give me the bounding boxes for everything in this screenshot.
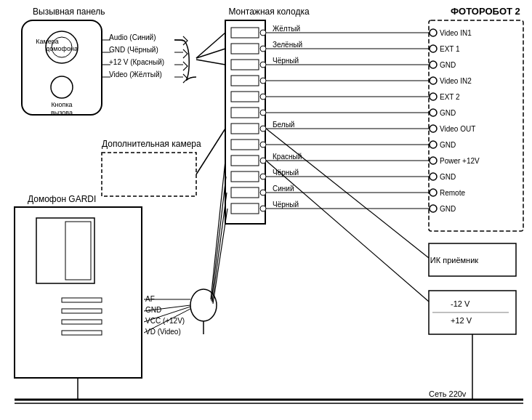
svg-rect-22 — [231, 156, 259, 166]
color-green: Зелёный — [273, 41, 302, 49]
label-gnd4: GND — [440, 173, 456, 181]
wire-gnd: GND (Чёрный) — [109, 46, 158, 54]
wire-video: Video (Жёлтый) — [109, 70, 162, 78]
svg-point-34 — [260, 158, 266, 163]
label-ext2: EXT 2 — [440, 93, 460, 101]
svg-point-41 — [430, 61, 437, 68]
svg-point-31 — [260, 110, 266, 116]
color-black1: Чёрный — [273, 57, 299, 65]
wire-audio: Audio (Синий) — [109, 33, 156, 41]
color-black3: Чёрный — [273, 201, 299, 209]
color-yellow: Жёлтый — [273, 25, 300, 33]
label-vcc: VCC (+12V) — [145, 317, 185, 325]
svg-point-50 — [430, 205, 437, 212]
svg-rect-74 — [62, 331, 102, 335]
label-plus12v: +12 V — [451, 316, 472, 325]
wire-12v: +12 V (Красный) — [109, 58, 164, 66]
svg-point-37 — [260, 206, 266, 211]
camera-label2: домофона — [46, 45, 78, 52]
svg-point-28 — [260, 62, 266, 68]
label-video-in1: Video IN1 — [440, 29, 472, 37]
photorobot-title: ФОТОРОБОТ 2 — [451, 6, 520, 17]
svg-rect-18 — [231, 92, 259, 102]
svg-rect-14 — [231, 28, 259, 38]
svg-rect-21 — [231, 140, 259, 150]
svg-point-35 — [260, 174, 266, 179]
color-blue: Синий — [273, 185, 294, 193]
svg-point-30 — [260, 94, 266, 100]
svg-point-48 — [430, 173, 437, 180]
svg-rect-23 — [231, 171, 259, 182]
label-power12v: Power +12V — [440, 157, 480, 165]
svg-rect-73 — [62, 320, 102, 324]
intercom-title: Домофон GARDI — [28, 194, 96, 204]
svg-point-32 — [260, 126, 266, 132]
svg-point-36 — [260, 190, 266, 195]
svg-point-26 — [260, 30, 266, 36]
camera-label: Камера — [36, 38, 58, 45]
svg-rect-25 — [231, 203, 259, 214]
svg-point-39 — [430, 29, 437, 36]
svg-point-45 — [430, 125, 437, 132]
label-ext1: EXT 1 — [440, 45, 460, 53]
label-video-in2: Video IN2 — [440, 77, 472, 85]
button-label1: Кнопка — [51, 101, 72, 108]
svg-rect-24 — [231, 187, 259, 198]
extra-camera-title: Дополнительная камера — [102, 139, 201, 149]
label-remote: Remote — [440, 189, 465, 197]
label-gnd2: GND — [440, 109, 456, 117]
color-white: Белый — [273, 121, 294, 129]
svg-point-43 — [430, 93, 437, 100]
label-gnd5: GND — [440, 205, 456, 213]
svg-point-29 — [260, 78, 266, 84]
label-minus12v: -12 V — [451, 299, 470, 308]
svg-point-49 — [430, 189, 437, 196]
svg-rect-66 — [102, 153, 196, 196]
svg-rect-70 — [65, 222, 91, 280]
svg-point-33 — [260, 142, 266, 148]
svg-point-4 — [51, 76, 73, 98]
ir-receiver-label: ИК приёмник — [430, 256, 478, 264]
button-label2: вызова — [51, 109, 73, 116]
wiring-diagram: Вызывная панель Камера домофона Кнопка в… — [0, 0, 532, 420]
svg-rect-19 — [231, 108, 259, 118]
svg-point-47 — [430, 157, 437, 164]
network-label: Сеть 220v — [429, 389, 467, 398]
svg-point-27 — [260, 46, 266, 52]
svg-rect-20 — [231, 124, 259, 134]
label-gnd1: GND — [440, 61, 456, 69]
label-gnd3: GND — [440, 141, 456, 149]
mount-block-title: Монтажная колодка — [228, 7, 309, 17]
label-video-out: Video OUT — [440, 125, 475, 133]
svg-rect-16 — [231, 60, 259, 70]
svg-rect-72 — [62, 309, 102, 313]
call-panel-title: Вызывная панель — [33, 7, 105, 17]
svg-rect-17 — [231, 76, 259, 86]
svg-point-44 — [430, 109, 437, 116]
svg-rect-15 — [231, 44, 259, 54]
svg-point-46 — [430, 141, 437, 148]
svg-point-40 — [430, 45, 437, 52]
svg-point-42 — [430, 77, 437, 84]
svg-rect-71 — [62, 298, 102, 302]
